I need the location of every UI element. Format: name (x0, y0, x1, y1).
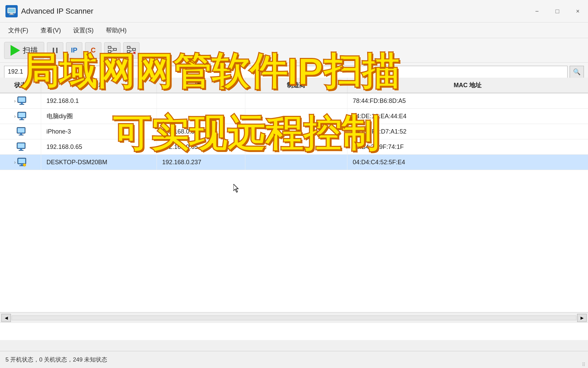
scan-label: 扫描 (23, 45, 38, 56)
device-icon (17, 111, 27, 121)
svg-rect-33 (20, 149, 22, 150)
cell-ip (157, 109, 245, 124)
cell-status: › (0, 109, 41, 124)
cell-name: iPhone-3 (41, 124, 157, 139)
col-mac[interactable]: MAC 地址 (347, 78, 588, 93)
table-row[interactable]: ›192.168.0.178:44:FD:B6:8D:A5 (0, 93, 588, 109)
svg-rect-21 (21, 103, 23, 104)
svg-rect-26 (19, 119, 24, 120)
scroll-right-button[interactable]: ▶ (577, 314, 587, 322)
cell-status: › (0, 93, 41, 109)
c-label: C (91, 46, 96, 54)
svg-rect-5 (53, 48, 54, 53)
cell-ip: 192.168.0.65 (157, 139, 245, 155)
results-table: 状态 名称 IP ▲ 制造商 MAC 地址 (0, 78, 588, 170)
main-content: 状态 名称 IP ▲ 制造商 MAC 地址 (0, 78, 588, 340)
svg-rect-30 (19, 135, 23, 136)
status-text: 5 开机状态，0 关机状态，249 未知状态 (5, 356, 107, 364)
network-collapse-icon (127, 46, 136, 55)
pause-button[interactable] (47, 42, 63, 59)
col-manufacturer[interactable]: 制造商 (245, 78, 347, 93)
scroll-left-button[interactable]: ◀ (1, 314, 11, 322)
col-name[interactable]: 名称 (41, 78, 157, 93)
cell-status (0, 139, 41, 155)
table-row[interactable]: iPhone-3192.168.0.327A:EB:FA:D7:A1:52 (0, 124, 588, 139)
cell-manufacturer (245, 124, 347, 139)
svg-point-39 (23, 164, 26, 166)
search-button[interactable]: 🔍 (570, 66, 584, 78)
app-icon (5, 5, 18, 17)
ip-label: IP (71, 46, 78, 54)
window-controls: − □ × (527, 0, 588, 22)
expand-arrow[interactable]: › (14, 98, 16, 104)
expand-arrow[interactable]: › (14, 113, 16, 119)
table-row[interactable]: 192.168.0.65192.168.0.65F0:B4:29:9F:74:1… (0, 139, 588, 155)
cell-manufacturer (245, 139, 347, 155)
svg-rect-36 (18, 159, 25, 163)
network-expand-icon (108, 46, 117, 55)
svg-rect-7 (108, 46, 111, 48)
svg-rect-32 (18, 143, 24, 148)
menu-file[interactable]: 文件(F) (5, 25, 31, 36)
horizontal-scrollbar[interactable]: ◀ ▶ (0, 312, 588, 323)
cell-name: 192.168.0.65 (41, 139, 157, 155)
col-status[interactable]: 状态 (0, 78, 41, 93)
device-icon (17, 96, 27, 106)
scroll-track[interactable] (12, 316, 576, 320)
svg-line-16 (130, 50, 133, 51)
c-button[interactable]: C (85, 42, 101, 59)
device-icon (17, 157, 27, 167)
title-bar: Advanced IP Scanner − □ × (0, 0, 588, 22)
menu-settings[interactable]: 设置(S) (70, 25, 96, 36)
svg-rect-12 (127, 46, 130, 48)
menu-help[interactable]: 帮助(H) (103, 25, 129, 36)
cell-ip (157, 93, 245, 109)
svg-rect-24 (18, 113, 25, 117)
svg-rect-13 (127, 50, 130, 52)
device-icon (16, 127, 26, 136)
svg-rect-34 (19, 150, 23, 151)
table-body: ›192.168.0.178:44:FD:B6:8D:A5›电脑diy圈34:D… (0, 93, 588, 170)
svg-rect-3 (10, 13, 13, 14)
col-ip[interactable]: IP ▲ (157, 78, 245, 93)
ip-button[interactable]: IP (66, 42, 82, 59)
network-collapse-button[interactable] (123, 42, 140, 59)
svg-rect-4 (9, 14, 14, 15)
svg-line-15 (130, 47, 133, 49)
toolbar: 扫描 IP C (0, 38, 588, 63)
network-expand-button[interactable] (104, 42, 120, 59)
table-area[interactable]: 状态 名称 IP ▲ 制造商 MAC 地址 (0, 78, 588, 340)
svg-rect-25 (21, 118, 23, 119)
svg-rect-9 (114, 48, 116, 50)
ip-range-input[interactable] (4, 66, 568, 78)
expand-arrow[interactable]: › (14, 159, 16, 165)
scan-button[interactable]: 扫描 (4, 42, 44, 59)
cell-mac: 7A:EB:FA:D7:A1:52 (347, 124, 588, 139)
minimize-button[interactable]: − (527, 0, 547, 22)
svg-rect-14 (133, 48, 135, 50)
search-icon: 🔍 (573, 68, 581, 76)
app-title: Advanced IP Scanner (21, 7, 93, 16)
cell-name: DESKTOP-DSM20BM (41, 155, 157, 170)
svg-rect-37 (21, 164, 23, 165)
menu-bar: 文件(F) 查看(V) 设置(S) 帮助(H) (0, 22, 588, 38)
menu-view[interactable]: 查看(V) (38, 25, 64, 36)
pause-icon (51, 46, 59, 55)
play-icon (11, 45, 20, 56)
cell-mac: 04:D4:C4:52:5F:E4 (347, 155, 588, 170)
cell-manufacturer (245, 155, 347, 170)
cell-manufacturer (245, 109, 347, 124)
cell-name: 电脑diy圈 (41, 109, 157, 124)
table-row[interactable]: ›电脑diy圈34:DE:1A:EA:44:E4 (0, 109, 588, 124)
maximize-button[interactable]: □ (547, 0, 568, 22)
svg-rect-22 (19, 104, 24, 105)
table-header-row: 状态 名称 IP ▲ 制造商 MAC 地址 (0, 78, 588, 93)
cell-status: › (0, 155, 41, 170)
resize-handle: ⠿ (582, 362, 585, 367)
cell-mac: 78:44:FD:B6:8D:A5 (347, 93, 588, 109)
table-row[interactable]: ›DESKTOP-DSM20BM192.168.0.23704:D4:C4:52… (0, 155, 588, 170)
svg-rect-2 (8, 9, 15, 13)
svg-rect-20 (18, 97, 25, 102)
cell-mac: F0:B4:29:9F:74:1F (347, 139, 588, 155)
close-button[interactable]: × (568, 0, 588, 22)
